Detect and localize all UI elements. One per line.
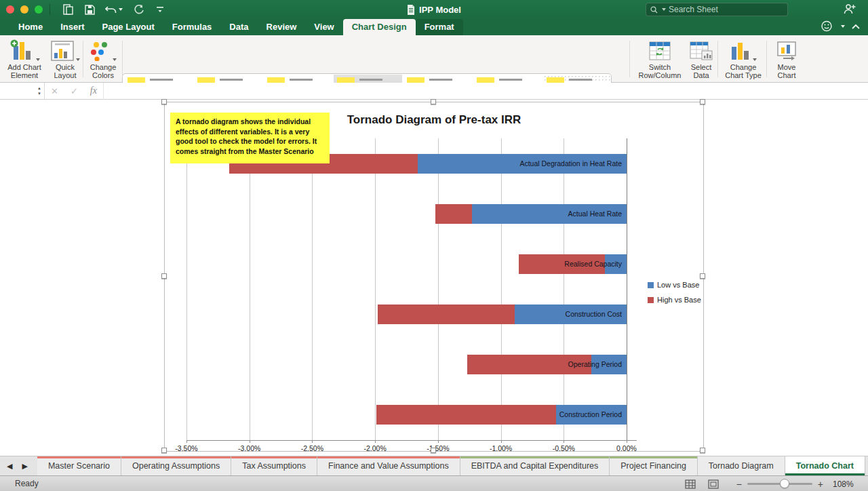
chart-object[interactable]: Tornado Diagram of Pre-tax IRR A tornado…: [164, 102, 704, 452]
zoom-slider[interactable]: [747, 483, 812, 485]
worksheet-area[interactable]: Tornado Diagram of Pre-tax IRR A tornado…: [0, 100, 868, 456]
selection-handle[interactable]: [431, 99, 436, 104]
new-workbook-icon[interactable]: [59, 3, 77, 16]
change-colors-icon: [85, 38, 121, 61]
sheet-tab-color-strip: [121, 456, 231, 458]
name-box[interactable]: ▲▼: [0, 83, 45, 100]
add-sheet-button[interactable]: +: [865, 456, 868, 475]
page-layout-view-icon[interactable]: [708, 479, 719, 489]
feedback-smiley-icon[interactable]: [821, 20, 833, 32]
bar-segment-high-vs-base[interactable]: [435, 204, 472, 224]
ribbon-tab-format[interactable]: Format: [416, 19, 463, 35]
ribbon-group-separator: [83, 41, 83, 77]
search-scope-caret-icon[interactable]: [662, 8, 666, 11]
formula-input[interactable]: [103, 83, 868, 100]
select-data-icon: [685, 38, 717, 61]
thumbnail-title-line: [150, 79, 173, 81]
selection-handle[interactable]: [431, 448, 436, 453]
x-axis-label: 0.00%: [606, 444, 647, 452]
change-chart-type-button[interactable]: ChangeChart Type: [720, 38, 766, 79]
selection-handle[interactable]: [161, 448, 167, 453]
change-chart-type-label-2: Chart Type: [720, 71, 766, 79]
zoom-out-button[interactable]: −: [736, 479, 742, 489]
chart-note-textbox[interactable]: A tornado diagram shows the individual e…: [170, 113, 330, 163]
move-chart-label-2: Chart: [769, 71, 804, 79]
normal-view-icon[interactable]: [685, 479, 696, 489]
zoom-window-button[interactable]: [35, 5, 43, 14]
sheet-scroll-left-icon[interactable]: ◀: [7, 462, 12, 471]
ribbon-tab-formulas[interactable]: Formulas: [163, 19, 221, 35]
legend-item-high-vs-base[interactable]: High vs Base: [648, 292, 701, 307]
dropdown-caret-icon[interactable]: [76, 58, 80, 61]
quick-layout-button[interactable]: QuickLayout: [47, 38, 83, 79]
ribbon-tab-insert[interactable]: Insert: [52, 19, 93, 35]
plot-area[interactable]: Actual Degradation in Heat RateActual He…: [186, 138, 627, 440]
feedback-caret-icon[interactable]: [841, 25, 845, 28]
sheet-tab-ebitda-and-capital-expenditures[interactable]: EBITDA and Capital Expenditures: [460, 456, 610, 475]
sheet-tab-tornado-diagram[interactable]: Tornado Diagram: [698, 456, 785, 475]
sheet-tab-finance-and-value-assumptions[interactable]: Finance and Value Assumptions: [317, 456, 460, 475]
change-colors-button[interactable]: ChangeColors: [85, 38, 121, 79]
undo-caret-icon[interactable]: [119, 8, 123, 11]
sheet-tab-bar: ◀ ▶ Master ScenarioOperating Assumptions…: [0, 456, 868, 475]
share-icon[interactable]: [844, 3, 856, 17]
sheet-tab-operating-assumptions[interactable]: Operating Assumptions: [121, 456, 231, 475]
search-input[interactable]: Search Sheet: [646, 3, 788, 16]
sheet-tab-master-scenario[interactable]: Master Scenario: [37, 456, 121, 475]
selection-handle[interactable]: [161, 99, 167, 104]
zoom-in-button[interactable]: +: [818, 479, 823, 489]
redo-icon[interactable]: [130, 3, 147, 16]
ribbon-tab-home[interactable]: Home: [9, 19, 52, 35]
sheet-scroll-right-icon[interactable]: ▶: [22, 462, 27, 471]
selection-handle[interactable]: [700, 99, 705, 104]
sheet-tab-project-financing[interactable]: Project Financing: [610, 456, 698, 475]
ribbon-tab-data[interactable]: Data: [220, 19, 257, 35]
select-data-button[interactable]: SelectData: [685, 38, 717, 79]
dropdown-caret-icon[interactable]: [113, 58, 117, 61]
axis-tick: [186, 440, 187, 443]
thumbnail-title-line: [220, 79, 243, 81]
add-chart-element-label-2: Element: [3, 71, 46, 79]
axis-tick: [564, 440, 564, 443]
legend-label: Low vs Base: [657, 281, 699, 289]
switch-row-column-button[interactable]: SwitchRow/Column: [635, 38, 685, 79]
toolbar-options-icon[interactable]: [151, 3, 169, 16]
select-data-label-2: Data: [685, 71, 717, 79]
dropdown-caret-icon[interactable]: [36, 58, 40, 61]
ribbon-tab-view[interactable]: View: [305, 19, 342, 35]
selection-handle[interactable]: [700, 448, 705, 453]
sheet-tab-tax-assumptions[interactable]: Tax Assumptions: [231, 456, 317, 475]
selection-handle[interactable]: [700, 273, 705, 279]
name-box-stepper[interactable]: ▲▼: [37, 85, 41, 96]
ribbon-tab-review[interactable]: Review: [258, 19, 306, 35]
search-placeholder: Search Sheet: [669, 5, 718, 14]
sheet-tab-tornado-chart[interactable]: Tornado Chart: [785, 456, 865, 475]
selection-handle[interactable]: [161, 273, 167, 279]
dropdown-caret-icon[interactable]: [753, 58, 757, 61]
insert-function-icon[interactable]: fx: [90, 85, 97, 96]
enter-icon[interactable]: ✓: [71, 86, 78, 96]
move-chart-button[interactable]: MoveChart: [769, 38, 804, 79]
add-chart-element-icon: [3, 38, 46, 61]
legend-label: High vs Base: [657, 296, 701, 304]
add-chart-element-button[interactable]: Add ChartElement: [3, 38, 46, 79]
save-icon[interactable]: [81, 3, 98, 16]
change-chart-type-label: Change: [720, 63, 766, 71]
ribbon-group-separator: [629, 41, 630, 77]
sheet-tab-color-strip: [460, 456, 610, 458]
ribbon-tab-page-layout[interactable]: Page Layout: [94, 19, 163, 35]
undo-icon[interactable]: [102, 3, 125, 16]
search-icon: [650, 6, 658, 14]
close-window-button[interactable]: [6, 5, 14, 14]
select-data-label: Select: [685, 63, 717, 71]
chart-legend[interactable]: Low vs BaseHigh vs Base: [648, 277, 701, 307]
minimize-window-button[interactable]: [20, 5, 28, 14]
ribbon-tab-chart-design[interactable]: Chart Design: [343, 19, 416, 35]
axis-tick: [627, 440, 627, 443]
move-chart-icon: [769, 38, 804, 61]
bar-category-label: Actual Degradation in Heat Rate: [473, 154, 622, 174]
legend-item-low-vs-base[interactable]: Low vs Base: [648, 277, 701, 292]
collapse-ribbon-icon[interactable]: [852, 24, 860, 29]
cancel-icon[interactable]: ✕: [51, 86, 58, 96]
zoom-slider-thumb[interactable]: [780, 479, 789, 488]
